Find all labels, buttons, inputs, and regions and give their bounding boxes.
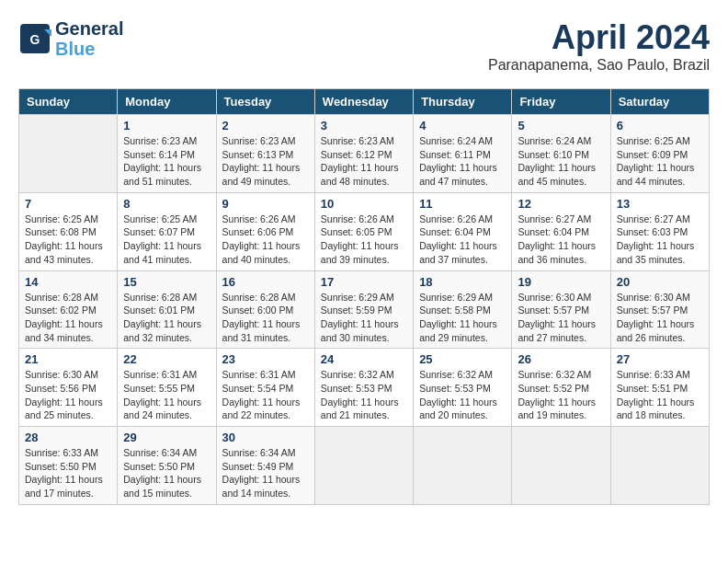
calendar-week-row: 28Sunrise: 6:33 AM Sunset: 5:50 PM Dayli… bbox=[19, 427, 710, 505]
calendar-cell: 8Sunrise: 6:25 AM Sunset: 6:07 PM Daylig… bbox=[118, 192, 216, 270]
day-info: Sunrise: 6:31 AM Sunset: 5:55 PM Dayligh… bbox=[123, 368, 210, 422]
month-title: April 2024 bbox=[488, 18, 710, 57]
weekday-header-sunday: Sunday bbox=[19, 89, 118, 115]
day-number: 24 bbox=[321, 352, 407, 366]
day-number: 21 bbox=[25, 352, 111, 366]
day-info: Sunrise: 6:23 AM Sunset: 6:14 PM Dayligh… bbox=[123, 134, 210, 189]
calendar-cell: 19Sunrise: 6:30 AM Sunset: 5:57 PM Dayli… bbox=[512, 270, 610, 349]
day-number: 9 bbox=[222, 197, 309, 211]
day-info: Sunrise: 6:28 AM Sunset: 6:02 PM Dayligh… bbox=[25, 291, 111, 345]
day-number: 28 bbox=[25, 431, 111, 444]
day-info: Sunrise: 6:30 AM Sunset: 5:56 PM Dayligh… bbox=[25, 368, 111, 422]
day-info: Sunrise: 6:29 AM Sunset: 5:58 PM Dayligh… bbox=[419, 291, 506, 345]
day-number: 12 bbox=[518, 197, 604, 211]
calendar-cell: 7Sunrise: 6:25 AM Sunset: 6:08 PM Daylig… bbox=[19, 192, 118, 270]
day-number: 22 bbox=[123, 352, 210, 366]
calendar-cell: 20Sunrise: 6:30 AM Sunset: 5:57 PM Dayli… bbox=[610, 270, 709, 349]
calendar-cell: 21Sunrise: 6:30 AM Sunset: 5:56 PM Dayli… bbox=[19, 349, 118, 427]
day-number: 2 bbox=[222, 119, 309, 132]
calendar-cell: 10Sunrise: 6:26 AM Sunset: 6:05 PM Dayli… bbox=[314, 192, 413, 270]
day-info: Sunrise: 6:34 AM Sunset: 5:49 PM Dayligh… bbox=[222, 446, 309, 500]
day-number: 20 bbox=[617, 275, 703, 289]
calendar-cell: 3Sunrise: 6:23 AM Sunset: 6:12 PM Daylig… bbox=[314, 115, 413, 193]
day-number: 10 bbox=[321, 197, 407, 211]
calendar-body: 1Sunrise: 6:23 AM Sunset: 6:14 PM Daylig… bbox=[19, 115, 710, 505]
day-info: Sunrise: 6:30 AM Sunset: 5:57 PM Dayligh… bbox=[617, 291, 703, 345]
day-info: Sunrise: 6:27 AM Sunset: 6:04 PM Dayligh… bbox=[518, 213, 604, 267]
calendar-table: SundayMondayTuesdayWednesdayThursdayFrid… bbox=[18, 88, 710, 505]
day-number: 29 bbox=[123, 431, 210, 444]
day-info: Sunrise: 6:34 AM Sunset: 5:50 PM Dayligh… bbox=[123, 446, 210, 500]
day-number: 3 bbox=[321, 119, 407, 132]
day-info: Sunrise: 6:33 AM Sunset: 5:51 PM Dayligh… bbox=[617, 368, 703, 422]
calendar-cell: 2Sunrise: 6:23 AM Sunset: 6:13 PM Daylig… bbox=[216, 115, 314, 193]
calendar-cell: 23Sunrise: 6:31 AM Sunset: 5:54 PM Dayli… bbox=[216, 349, 314, 427]
day-info: Sunrise: 6:23 AM Sunset: 6:12 PM Dayligh… bbox=[321, 134, 407, 189]
day-info: Sunrise: 6:31 AM Sunset: 5:54 PM Dayligh… bbox=[222, 368, 309, 422]
day-info: Sunrise: 6:24 AM Sunset: 6:10 PM Dayligh… bbox=[518, 134, 604, 189]
day-number: 1 bbox=[123, 119, 210, 132]
calendar-week-row: 1Sunrise: 6:23 AM Sunset: 6:14 PM Daylig… bbox=[19, 115, 710, 193]
calendar-cell: 16Sunrise: 6:28 AM Sunset: 6:00 PM Dayli… bbox=[216, 270, 314, 349]
calendar-cell: 1Sunrise: 6:23 AM Sunset: 6:14 PM Daylig… bbox=[118, 115, 216, 193]
calendar-cell: 6Sunrise: 6:25 AM Sunset: 6:09 PM Daylig… bbox=[610, 115, 709, 193]
calendar-cell: 22Sunrise: 6:31 AM Sunset: 5:55 PM Dayli… bbox=[118, 349, 216, 427]
weekday-header-monday: Monday bbox=[118, 89, 216, 115]
weekday-header-wednesday: Wednesday bbox=[314, 89, 413, 115]
day-info: Sunrise: 6:30 AM Sunset: 5:57 PM Dayligh… bbox=[518, 291, 604, 345]
day-info: Sunrise: 6:24 AM Sunset: 6:11 PM Dayligh… bbox=[419, 134, 506, 189]
title-block: April 2024 Paranapanema, Sao Paulo, Braz… bbox=[488, 18, 710, 74]
calendar-cell bbox=[512, 427, 610, 505]
calendar-cell: 18Sunrise: 6:29 AM Sunset: 5:58 PM Dayli… bbox=[414, 270, 512, 349]
calendar-cell: 28Sunrise: 6:33 AM Sunset: 5:50 PM Dayli… bbox=[19, 427, 118, 505]
day-number: 27 bbox=[617, 352, 703, 366]
day-number: 5 bbox=[518, 119, 604, 132]
day-info: Sunrise: 6:25 AM Sunset: 6:09 PM Dayligh… bbox=[617, 134, 703, 189]
logo-icon: G bbox=[18, 22, 51, 55]
calendar-week-row: 14Sunrise: 6:28 AM Sunset: 6:02 PM Dayli… bbox=[19, 270, 710, 349]
weekday-header-tuesday: Tuesday bbox=[216, 89, 314, 115]
calendar-cell bbox=[610, 427, 709, 505]
calendar-cell bbox=[414, 427, 512, 505]
day-number: 26 bbox=[518, 352, 604, 366]
calendar-cell: 12Sunrise: 6:27 AM Sunset: 6:04 PM Dayli… bbox=[512, 192, 610, 270]
logo-line1: General bbox=[55, 18, 123, 39]
calendar-cell: 9Sunrise: 6:26 AM Sunset: 6:06 PM Daylig… bbox=[216, 192, 314, 270]
weekday-header-saturday: Saturday bbox=[610, 89, 709, 115]
calendar-cell: 25Sunrise: 6:32 AM Sunset: 5:53 PM Dayli… bbox=[414, 349, 512, 427]
calendar-cell bbox=[19, 115, 118, 193]
day-info: Sunrise: 6:32 AM Sunset: 5:53 PM Dayligh… bbox=[321, 368, 407, 422]
calendar-cell bbox=[314, 427, 413, 505]
day-number: 6 bbox=[617, 119, 703, 132]
calendar-cell: 24Sunrise: 6:32 AM Sunset: 5:53 PM Dayli… bbox=[314, 349, 413, 427]
day-info: Sunrise: 6:26 AM Sunset: 6:06 PM Dayligh… bbox=[222, 213, 309, 267]
calendar-cell: 30Sunrise: 6:34 AM Sunset: 5:49 PM Dayli… bbox=[216, 427, 314, 505]
location: Paranapanema, Sao Paulo, Brazil bbox=[488, 57, 710, 74]
day-info: Sunrise: 6:28 AM Sunset: 6:01 PM Dayligh… bbox=[123, 291, 210, 345]
calendar-cell: 29Sunrise: 6:34 AM Sunset: 5:50 PM Dayli… bbox=[118, 427, 216, 505]
weekday-header-thursday: Thursday bbox=[414, 89, 512, 115]
calendar-cell: 5Sunrise: 6:24 AM Sunset: 6:10 PM Daylig… bbox=[512, 115, 610, 193]
calendar-week-row: 7Sunrise: 6:25 AM Sunset: 6:08 PM Daylig… bbox=[19, 192, 710, 270]
day-number: 14 bbox=[25, 275, 111, 289]
calendar-cell: 27Sunrise: 6:33 AM Sunset: 5:51 PM Dayli… bbox=[610, 349, 709, 427]
day-info: Sunrise: 6:25 AM Sunset: 6:08 PM Dayligh… bbox=[25, 213, 111, 267]
day-number: 11 bbox=[419, 197, 506, 211]
svg-text:G: G bbox=[30, 32, 40, 47]
day-number: 8 bbox=[123, 197, 210, 211]
day-number: 30 bbox=[222, 431, 309, 444]
logo: G General Blue bbox=[18, 18, 123, 59]
day-info: Sunrise: 6:28 AM Sunset: 6:00 PM Dayligh… bbox=[222, 291, 309, 345]
day-info: Sunrise: 6:26 AM Sunset: 6:05 PM Dayligh… bbox=[321, 213, 407, 267]
day-number: 25 bbox=[419, 352, 506, 366]
calendar-cell: 17Sunrise: 6:29 AM Sunset: 5:59 PM Dayli… bbox=[314, 270, 413, 349]
day-number: 17 bbox=[321, 275, 407, 289]
calendar-week-row: 21Sunrise: 6:30 AM Sunset: 5:56 PM Dayli… bbox=[19, 349, 710, 427]
page-header: G General Blue April 2024 Paranapanema, … bbox=[18, 18, 710, 74]
calendar-header-row: SundayMondayTuesdayWednesdayThursdayFrid… bbox=[19, 89, 710, 115]
day-number: 4 bbox=[419, 119, 506, 132]
day-number: 18 bbox=[419, 275, 506, 289]
day-info: Sunrise: 6:32 AM Sunset: 5:53 PM Dayligh… bbox=[419, 368, 506, 422]
day-number: 19 bbox=[518, 275, 604, 289]
day-info: Sunrise: 6:25 AM Sunset: 6:07 PM Dayligh… bbox=[123, 213, 210, 267]
